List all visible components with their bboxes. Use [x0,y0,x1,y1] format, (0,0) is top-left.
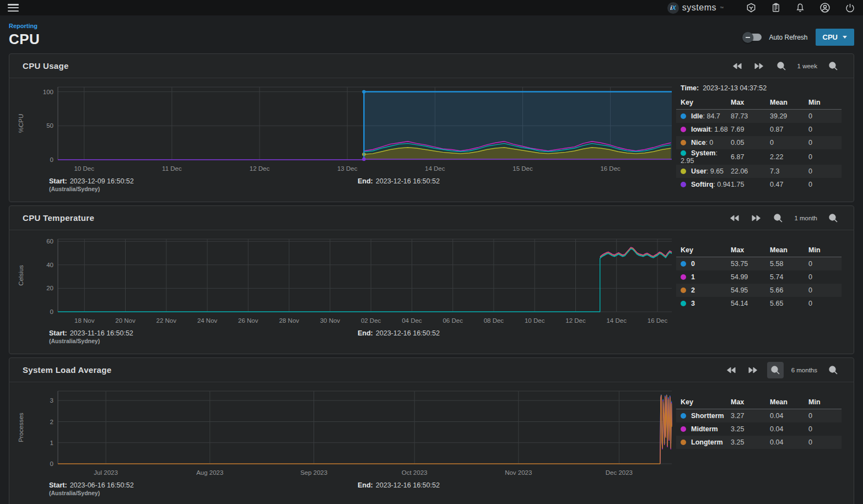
chart-legend: KeyMaxMeanMin053.755.580154.995.740254.9… [676,243,854,351]
legend-row: Midterm3.250.040 [676,422,842,436]
step-forward-icon[interactable] [751,58,768,74]
chart-legend: Time:2023-12-13 04:37:52KeyMaxMeanMinIdl… [676,83,854,199]
auto-refresh-toggle[interactable] [744,34,762,41]
svg-text:Jul 2023: Jul 2023 [94,469,117,476]
legend-header: KeyMaxMeanMin [676,96,842,110]
svg-text:10 Dec: 10 Dec [74,165,94,172]
svg-text:26 Nov: 26 Nov [238,317,258,324]
series-color-dot [681,127,686,132]
svg-text:10 Dec: 10 Dec [525,317,545,324]
alerts-icon[interactable] [795,2,805,13]
series-color-dot [681,440,686,445]
zoom-range-label: 1 month [794,215,817,221]
legend-row: Softirq: 0.941.750.470 [676,178,842,191]
breadcrumb[interactable]: Reporting [9,23,40,29]
svg-text:18 Nov: 18 Nov [74,317,95,324]
page-title: CPU [9,31,40,48]
zoom-in-icon[interactable] [825,362,842,378]
svg-text:16 Dec: 16 Dec [600,165,621,172]
svg-text:08 Dec: 08 Dec [484,317,504,324]
system-load-card: System Load Average 6 months 0123Jul 202… [9,357,854,504]
svg-text:2: 2 [50,419,53,425]
ixsystems-logo: iX systems ™ [667,2,724,14]
svg-text:11 Dec: 11 Dec [162,165,182,172]
legend-row: 053.755.580 [676,257,842,270]
chart-svg: 020406018 Nov20 Nov22 Nov24 Nov26 Nov28 … [15,235,676,328]
legend-row: Iowait: 1.687.690.870 [676,123,842,136]
svg-text:14 Dec: 14 Dec [425,165,445,172]
svg-text:24 Nov: 24 Nov [197,317,218,324]
svg-text:Processes: Processes [18,413,24,442]
step-back-icon[interactable] [729,58,746,74]
zoom-in-icon[interactable] [825,58,842,74]
svg-text:15 Dec: 15 Dec [513,165,533,172]
step-forward-icon[interactable] [748,210,764,226]
svg-text:14 Dec: 14 Dec [606,317,627,324]
chart-end-time: End:2023-12-16 16:50:52 [358,329,440,337]
legend-row: 254.955.660 [676,284,842,297]
svg-text:40: 40 [46,262,53,268]
series-color-dot [681,113,686,119]
svg-text:Aug 2023: Aug 2023 [196,469,223,476]
chart-svg: 05010010 Dec11 Dec12 Dec13 Dec14 Dec15 D… [15,83,676,176]
series-color-dot [681,288,686,293]
svg-text:02 Dec: 02 Dec [361,317,381,324]
cpu-usage-card: CPU Usage 1 week 05010010 Dec11 Dec12 De… [9,53,854,202]
svg-text:12 Dec: 12 Dec [250,165,270,172]
legend-row: Shortterm3.270.040 [676,409,842,422]
chart-legend: KeyMaxMeanMinShortterm3.270.040Midterm3.… [676,395,854,503]
legend-header: KeyMaxMeanMin [676,243,842,257]
menu-icon[interactable] [8,4,19,12]
step-back-icon[interactable] [723,362,740,378]
svg-text:Oct 2023: Oct 2023 [402,469,428,476]
truecommand-icon[interactable] [746,2,757,13]
zoom-out-icon[interactable] [767,362,784,378]
legend-row: Longterm3.250.040 [676,436,842,449]
series-color-dot [681,301,686,306]
jobs-icon[interactable] [771,2,781,13]
zoom-out-icon[interactable] [770,210,786,226]
zoom-range-label: 1 week [797,63,817,69]
legend-row: System: 2.956.872.220 [676,149,842,165]
user-icon[interactable] [819,2,830,13]
chart-end-time: End:2023-12-16 16:50:52 [358,481,440,489]
zoom-in-icon[interactable] [825,210,842,226]
zoom-out-icon[interactable] [773,58,790,74]
svg-text:0: 0 [50,156,53,163]
step-forward-icon[interactable] [745,362,762,378]
svg-text:20 Nov: 20 Nov [115,317,136,324]
svg-text:Celsius: Celsius [18,265,24,286]
svg-text:%CPU: %CPU [18,114,24,133]
legend-row: Nice: 00.0500 [676,136,842,149]
series-color-dot [681,413,686,419]
svg-text:Sep 2023: Sep 2023 [300,469,327,476]
series-color-dot [681,150,686,156]
power-icon[interactable] [845,3,855,13]
card-title: CPU Temperature [23,213,94,223]
topbar: iX systems ™ [0,0,863,15]
svg-text:28 Nov: 28 Nov [279,317,299,324]
legend-header: KeyMaxMeanMin [676,395,842,409]
series-color-dot [681,182,686,187]
legend-row: User: 9.6522.067.30 [676,165,842,178]
svg-text:0: 0 [50,308,53,315]
svg-text:20: 20 [46,285,53,291]
svg-text:1: 1 [50,440,53,446]
report-category-dropdown[interactable]: CPU [816,29,854,46]
svg-text:13 Dec: 13 Dec [337,165,358,172]
system-load-chart[interactable]: 0123Jul 2023Aug 2023Sep 2023Oct 2023Nov … [15,387,676,480]
svg-text:12 Dec: 12 Dec [565,317,586,324]
step-back-icon[interactable] [726,210,742,226]
auto-refresh-label: Auto Refresh [769,34,808,41]
chevron-down-icon [843,36,847,39]
svg-text:3: 3 [50,397,53,404]
svg-text:04 Dec: 04 Dec [402,317,422,324]
chart-svg: 0123Jul 2023Aug 2023Sep 2023Oct 2023Nov … [15,387,676,480]
svg-text:100: 100 [43,89,53,95]
cpu-usage-chart[interactable]: 05010010 Dec11 Dec12 Dec13 Dec14 Dec15 D… [15,83,676,176]
legend-row: Idle: 84.787.7339.290 [676,110,842,123]
cpu-temperature-chart[interactable]: 020406018 Nov20 Nov22 Nov24 Nov26 Nov28 … [15,235,676,328]
svg-text:Dec 2023: Dec 2023 [606,469,633,476]
svg-text:60: 60 [46,238,53,245]
svg-text:22 Nov: 22 Nov [157,317,177,324]
